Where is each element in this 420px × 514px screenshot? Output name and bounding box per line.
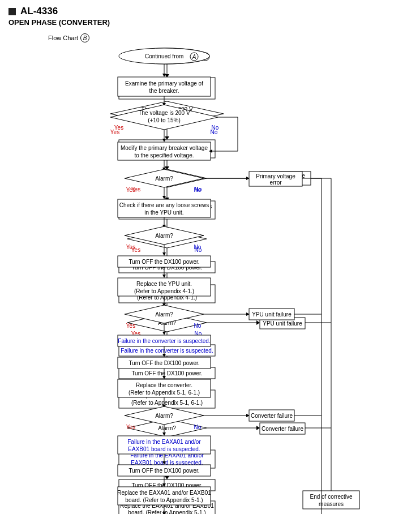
header-title: AL-4336 — [20, 6, 58, 17]
full-flowchart: Continued from A Examine the primary vol… — [11, 46, 408, 514]
svg-text:Turn OFF the DX100 power.: Turn OFF the DX100 power. — [128, 360, 199, 366]
circle-b-icon: B — [80, 33, 89, 42]
svg-text:board. (Refer to Appendix 5-1.: board. (Refer to Appendix 5-1.) — [125, 497, 203, 503]
svg-text:Replace the converter.: Replace the converter. — [136, 382, 192, 388]
svg-text:error: error — [269, 179, 282, 186]
svg-text:No: No — [194, 244, 202, 250]
svg-text:Turn OFF the DX100 power.: Turn OFF the DX100 power. — [128, 259, 199, 265]
svg-text:Yes: Yes — [126, 323, 135, 329]
svg-text:Alarm?: Alarm? — [155, 413, 173, 419]
svg-text:Continued from: Continued from — [145, 53, 183, 59]
svg-text:YPU unit failure: YPU unit failure — [252, 311, 292, 318]
svg-text:the breaker.: the breaker. — [149, 88, 179, 94]
svg-text:Failure in the converter is su: Failure in the converter is suspected. — [118, 338, 210, 344]
svg-text:Alarm?: Alarm? — [155, 175, 173, 182]
svg-text:Check if there are any loose s: Check if there are any loose screws — [119, 202, 209, 208]
flowchart-label: Flow Chart — [48, 35, 78, 41]
svg-text:Modify the primary breaker vol: Modify the primary breaker voltage — [121, 145, 208, 151]
svg-text:to the specified voltage.: to the specified voltage. — [134, 152, 194, 159]
svg-text:Turn OFF the DX100 power.: Turn OFF the DX100 power. — [128, 468, 199, 474]
svg-text:A: A — [192, 54, 196, 60]
svg-text:in the YPU unit.: in the YPU unit. — [144, 209, 183, 216]
subheader: OPEN PHASE (CONVERTER) — [8, 18, 412, 27]
svg-text:(+10 to 15%): (+10 to 15%) — [148, 117, 181, 123]
svg-text:Yes: Yes — [110, 129, 119, 135]
header-row: AL-4336 — [8, 6, 412, 17]
svg-text:EAXB01 board is suspected.: EAXB01 board is suspected. — [128, 446, 200, 452]
svg-text:Examine the primary voltage of: Examine the primary voltage of — [125, 80, 203, 87]
svg-text:No: No — [194, 424, 202, 430]
svg-text:No: No — [194, 323, 202, 329]
svg-text:Replace the YPU unit.: Replace the YPU unit. — [136, 281, 192, 287]
svg-text:Failure in the EAXA01 and/or: Failure in the EAXA01 and/or — [127, 439, 201, 445]
svg-text:(Refer to Appendix 5-1, 6-1.): (Refer to Appendix 5-1, 6-1.) — [128, 389, 200, 396]
svg-text:Yes: Yes — [126, 244, 135, 250]
svg-text:The voltage is 200 V: The voltage is 200 V — [138, 110, 190, 116]
svg-text:Converter failure: Converter failure — [251, 413, 293, 419]
svg-text:Replace the EAXA01 and/or EAXB: Replace the EAXA01 and/or EAXB01 — [117, 490, 211, 496]
svg-text:(Refer to Appendix 4-1.): (Refer to Appendix 4-1.) — [134, 288, 194, 294]
svg-text:Yes: Yes — [126, 187, 135, 193]
svg-text:Primary voltage: Primary voltage — [256, 173, 295, 179]
header-square — [8, 8, 16, 15]
svg-text:No: No — [211, 129, 218, 135]
svg-text:Alarm?: Alarm? — [155, 233, 173, 239]
svg-text:No: No — [194, 187, 202, 193]
svg-text:Alarm?: Alarm? — [155, 311, 173, 318]
svg-text:Yes: Yes — [126, 424, 135, 430]
